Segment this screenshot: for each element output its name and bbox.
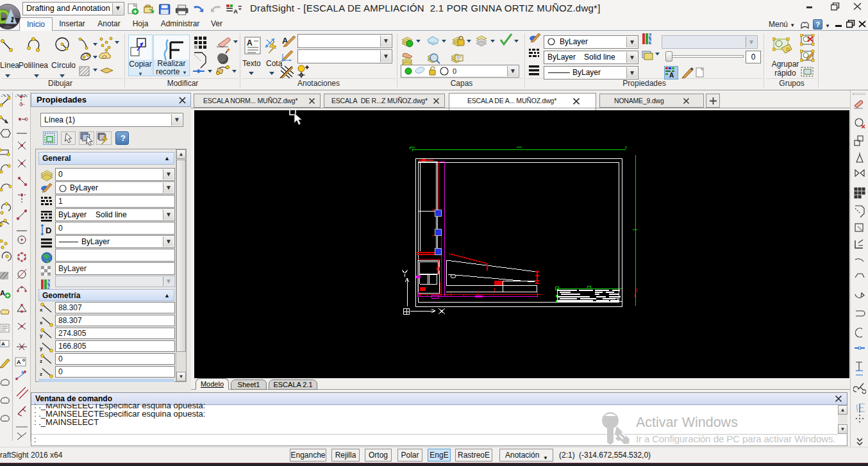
svg-text:y: y (40, 333, 43, 338)
svg-text:z: z (40, 371, 42, 377)
svg-text:A: A (1, 341, 5, 347)
svg-text:z: z (40, 358, 42, 364)
svg-text:A: A (0, 289, 5, 297)
svg-text:A: A (17, 359, 21, 365)
svg-text:D: D (46, 226, 51, 235)
svg-text:A: A (233, 8, 238, 15)
svg-text:Texto: Texto (242, 59, 261, 68)
svg-text:x: x (40, 307, 43, 313)
svg-text:Cota: Cota (266, 59, 283, 68)
svg-text:Polilínea: Polilínea (19, 61, 48, 70)
svg-text:y: y (40, 345, 43, 351)
svg-text:A: A (669, 72, 674, 79)
svg-text:Línea: Línea (0, 61, 19, 70)
svg-text:A: A (247, 38, 253, 47)
svg-text:Círculo: Círculo (51, 61, 76, 70)
svg-text:0: 0 (453, 67, 456, 75)
svg-text:x: x (40, 320, 43, 326)
